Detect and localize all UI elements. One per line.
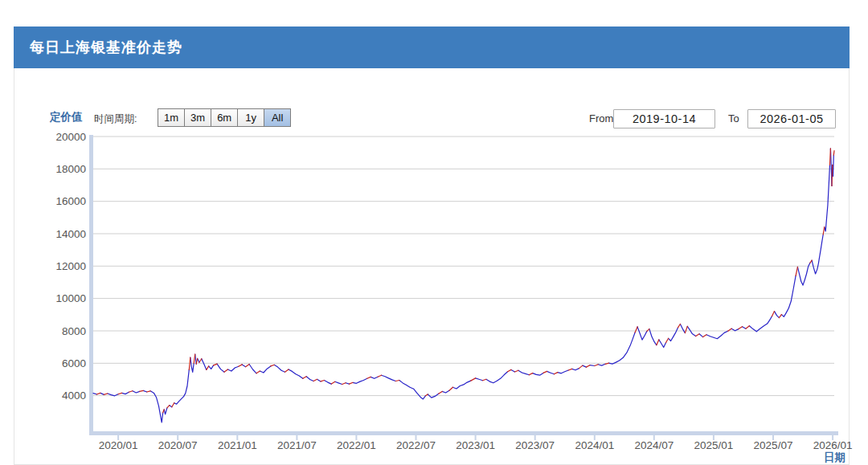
- y-tick-label: 18000: [55, 163, 86, 175]
- price-line-down-segments: [93, 149, 833, 422]
- x-tick-label: 2026/01: [813, 439, 853, 451]
- y-tick-label: 16000: [55, 195, 86, 207]
- y-tick-label: 4000: [62, 390, 86, 402]
- period-button-group: 1m3m6m1yAll: [158, 108, 291, 127]
- x-tick-label: 2025/01: [694, 439, 733, 451]
- to-date-input[interactable]: [747, 109, 836, 128]
- price-line-up-segments: [96, 149, 834, 413]
- x-axis-title: 日期: [824, 451, 845, 463]
- x-tick-label: 2024/01: [575, 439, 614, 451]
- y-tick-label: 10000: [55, 292, 86, 304]
- y-axis-title: 定价值: [50, 110, 83, 124]
- to-label: To: [728, 112, 739, 124]
- period-button-all[interactable]: All: [264, 108, 291, 127]
- x-tick-label: 2021/07: [277, 439, 317, 451]
- period-label: 时间周期:: [94, 112, 137, 126]
- x-tick-label: 2020/07: [158, 439, 198, 451]
- from-label: From: [589, 112, 613, 124]
- y-tick-label: 8000: [62, 325, 86, 337]
- x-tick-label: 2021/01: [218, 439, 257, 451]
- from-date-input[interactable]: [613, 109, 715, 128]
- period-button-1y[interactable]: 1y: [237, 108, 264, 127]
- price-line-chart[interactable]: 4000600080001000012000140001600018000200…: [0, 0, 868, 465]
- period-button-3m[interactable]: 3m: [184, 108, 211, 127]
- y-tick-label: 14000: [55, 228, 86, 240]
- x-axis-bar: [89, 431, 838, 435]
- x-tick-label: 2023/07: [515, 439, 555, 451]
- x-tick-label: 2020/01: [99, 439, 138, 451]
- y-tick-label: 20000: [55, 131, 86, 143]
- period-button-6m[interactable]: 6m: [211, 108, 238, 127]
- y-axis-bar: [89, 135, 93, 435]
- x-tick-label: 2023/01: [456, 439, 495, 451]
- x-tick-label: 2024/07: [634, 439, 674, 451]
- x-tick-label: 2022/07: [396, 439, 436, 451]
- y-tick-label: 6000: [62, 357, 86, 369]
- x-tick-label: 2025/07: [754, 439, 793, 451]
- x-tick-label: 2022/01: [337, 439, 376, 451]
- period-button-1m[interactable]: 1m: [158, 108, 185, 127]
- y-tick-label: 12000: [55, 260, 86, 272]
